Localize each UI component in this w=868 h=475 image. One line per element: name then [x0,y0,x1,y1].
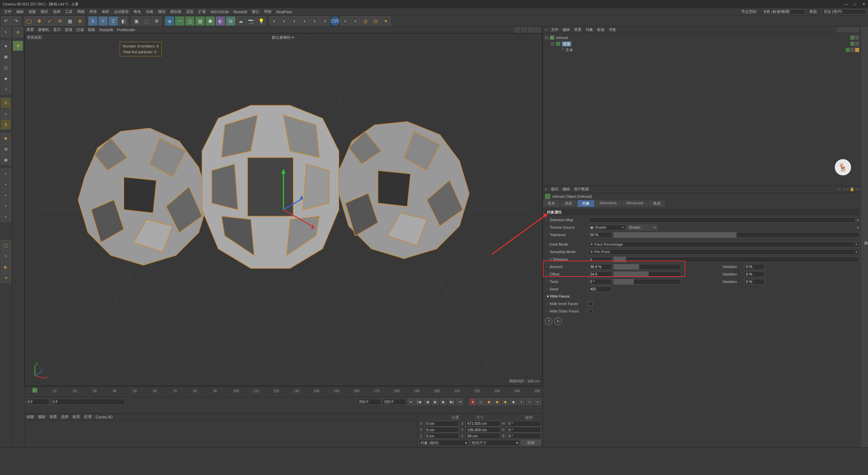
undo-button[interactable]: ↶ [1,16,11,26]
tree-row-text[interactable]: T 文本 [545,47,859,53]
tab-advanced[interactable]: Advanced [622,200,648,207]
menu-window[interactable]: 窗口 [250,8,261,15]
menu-file[interactable]: 文件 [2,8,14,15]
timeline-current[interactable] [51,399,125,405]
lt-work4[interactable]: ▪ [1,201,11,211]
pos-z-input[interactable] [425,433,459,439]
hide-faces-header[interactable]: ▾ Hide Faces [545,293,859,299]
goto-end-button[interactable]: ⇥ [456,398,463,405]
timeline-start[interactable] [26,399,50,405]
lt-point[interactable]: S [1,98,11,108]
size-x-input[interactable] [466,421,500,426]
lt-o2[interactable]: ↖ [1,251,11,261]
attr-menu-edit[interactable]: 编辑 [563,187,570,192]
render-settings-button[interactable]: ⚙ [152,16,161,26]
object-tree[interactable]: 白 mtInset 白 连接 T 文本 🦌 [543,33,861,186]
mat-menu-cycles[interactable]: Cycles 4D [96,415,113,419]
menu-realflow[interactable]: RealFlow [274,9,294,15]
obj-menu-edit[interactable]: 编辑 [563,27,570,32]
vp-btn3[interactable] [528,27,534,33]
divisions-slider[interactable] [613,256,859,262]
generator-button[interactable]: ◫ [185,16,195,26]
offset-variation-input[interactable]: 0 % [744,271,765,277]
record-button[interactable]: ● [469,398,476,405]
obj-menu-file[interactable]: 文件 [551,27,558,32]
autokey-button[interactable]: ◇ [477,398,484,405]
next-frame-button[interactable]: ▶ [440,398,447,405]
menu-redshift[interactable]: Redshift [232,9,249,15]
maximize-icon[interactable]: □ [854,2,856,6]
attr-back-icon[interactable]: ← [837,187,841,191]
next-key-button[interactable]: ▶| [448,398,455,405]
menu-create[interactable]: 创建 [26,8,38,15]
sampling-mode-dropdown[interactable]: ✛Per-Point▾ [588,249,859,255]
menu-simulate[interactable]: 模拟 [156,8,167,15]
tl-opt3[interactable]: ▪ [534,398,541,405]
tb-11[interactable]: ✦ [381,16,391,26]
layout-dropdown[interactable] [822,9,866,15]
hide-outer-checkbox[interactable] [588,309,593,314]
lt-work3[interactable]: ▪ [1,190,11,200]
vp-btn2[interactable] [521,27,527,33]
obj-menu-object[interactable]: 对象 [586,27,593,32]
menu-mode[interactable]: 模式 [39,8,50,15]
tolerance-slider[interactable] [613,232,859,238]
generator3-button[interactable]: ⬢ [205,16,215,26]
timeline-ruler[interactable]: 0102030405060708090100110120130140150160… [24,386,542,397]
inset-mode-dropdown[interactable]: ✕Face Percentage▾ [588,242,859,247]
obj-filter-icon[interactable] [843,27,848,32]
rot-p-input[interactable] [507,427,541,433]
tolerance-input[interactable]: 50 % [588,232,612,238]
y-axis-button[interactable]: Y [98,16,108,26]
tb-1[interactable]: ▪ [269,16,279,26]
attr-fwd-icon[interactable]: → [842,187,846,191]
menu-mograph[interactable]: 运动图形 [112,8,131,15]
amount-input[interactable]: 38.4 % [588,264,612,270]
key-s-button[interactable]: ◆ [494,398,500,405]
lt2-plus[interactable]: ✚ [13,41,23,51]
goto-start-button[interactable]: ⇤ [408,398,414,405]
help-icon[interactable]: ? [545,318,552,325]
lt-texture[interactable]: ▦ [1,52,11,62]
lt-object[interactable]: ◆ [1,73,11,83]
tb-9[interactable]: ◎ [361,16,370,26]
mat-menu-select[interactable]: 选择 [61,414,68,419]
twist-slider[interactable] [613,279,681,285]
timeline-end2[interactable] [382,399,406,405]
vp-btn1[interactable] [515,27,520,33]
lt-model[interactable]: ◈ [1,41,11,51]
twist-variation-input[interactable]: 0 % [744,279,765,285]
attr-menu-mode[interactable]: 模式 [551,187,558,192]
menu-extensions[interactable]: 扩展 [196,8,208,15]
tree-row-connect[interactable]: 白 连接 [545,41,859,47]
lt-snap1[interactable]: ⊞ [1,144,11,154]
vp-menu-filter[interactable]: 过滤 [76,27,84,32]
light-button[interactable]: 💡 [256,16,266,26]
lt-cursor[interactable]: ↖ [1,27,11,37]
obj-search-icon[interactable] [837,27,842,32]
vp-menu-cameras[interactable]: 摄像机 [38,27,49,32]
attr-opt-icon[interactable]: ▫ [858,187,859,191]
menu-character[interactable]: 角色 [132,8,143,15]
render-view-button[interactable]: ▣ [132,16,141,26]
menu-tools[interactable]: 工具 [63,8,75,15]
rot-b-input[interactable] [507,433,541,439]
tab-falloff[interactable]: 衰减 [648,200,666,207]
pos-y-input[interactable] [425,427,459,433]
selection-map-field[interactable] [588,217,856,223]
cube-button[interactable]: ◈ [165,16,174,26]
tb-5[interactable]: ▪ [310,16,319,26]
redo-button[interactable]: ↷ [12,16,21,26]
minimize-icon[interactable]: — [844,2,848,6]
generator2-button[interactable]: ▦ [195,16,205,26]
lt-axis[interactable]: ┕ [1,84,11,94]
lt-work5[interactable]: ▪ [1,212,11,222]
size-mode-dropdown[interactable]: 绝对尺寸▾ [470,440,520,446]
vp-menu-view[interactable]: 查看 [26,27,34,32]
size-z-input[interactable] [466,433,500,439]
vp-menu-redshift[interactable]: Redshift [99,28,113,32]
tb-3[interactable]: ▪ [290,16,299,26]
pos-x-input[interactable] [425,421,459,426]
menu-select[interactable]: 选择 [51,8,62,15]
apply-button[interactable]: 应用 [521,440,541,446]
